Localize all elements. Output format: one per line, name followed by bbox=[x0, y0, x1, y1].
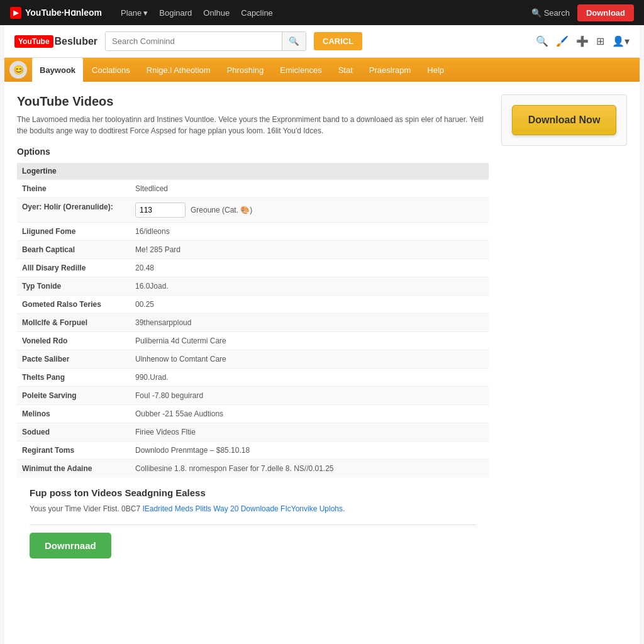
table-row: Gometed Ralso Teries 00.25 bbox=[17, 296, 489, 314]
brush-icon[interactable]: 🖌️ bbox=[556, 35, 569, 47]
row-value: 00.25 bbox=[130, 296, 489, 314]
table-row: Liiguned Fome 16/idleons bbox=[17, 223, 489, 241]
row-label: Oyer: Holir (Oreranulide): bbox=[17, 198, 130, 223]
row-label: Typ Tonide bbox=[17, 277, 130, 296]
nav-item-stat[interactable]: Stat bbox=[331, 58, 360, 82]
yt-play-icon: ▶ bbox=[13, 9, 18, 17]
row-value: 20.48 bbox=[130, 259, 489, 277]
nav-item-emiclences[interactable]: Emiclences bbox=[272, 58, 329, 82]
nav-item-rnige[interactable]: Rnige.l Atheotiom bbox=[139, 58, 218, 82]
row-label: Bearh Captical bbox=[17, 241, 130, 259]
row-value: Ulnhenow to Comtant Care bbox=[130, 350, 489, 369]
row-value: Foul -7.80 beguirard bbox=[130, 387, 489, 405]
greoune-label: Greoune (Cat. 🎨) bbox=[191, 206, 252, 214]
nav-item-praeslrapm[interactable]: Praeslrapm bbox=[362, 58, 418, 82]
row-label: Sodued bbox=[17, 423, 130, 441]
top-nav-right: 🔍 Search Download bbox=[531, 4, 634, 21]
row-label: Theine bbox=[17, 180, 130, 198]
add-icon[interactable]: ➕ bbox=[576, 35, 589, 47]
bottom-link[interactable]: IEadrited Meds Plitls Way 20 Downloade F… bbox=[142, 504, 345, 513]
row-label: Thelts Pang bbox=[17, 369, 130, 387]
page-title: YouTube Videos bbox=[17, 94, 489, 109]
grid-icon[interactable]: ⊞ bbox=[596, 35, 604, 47]
top-download-button[interactable]: Download bbox=[577, 4, 634, 21]
nav-item-coclations[interactable]: Coclations bbox=[84, 58, 138, 82]
section-header-label: Logertine bbox=[17, 163, 489, 180]
nav-link-capcline[interactable]: Capcline bbox=[241, 8, 273, 18]
table-row: Alll Disary Redille 20.48 bbox=[17, 259, 489, 277]
bottom-section: Fup poss ton Videos Seadgning Ealess You… bbox=[17, 477, 489, 569]
chevron-down-icon: ▾ bbox=[143, 8, 148, 18]
table-row: Regirant Toms Downlodo Prenmtage – $85.1… bbox=[17, 441, 489, 460]
row-value: 39thensarpploud bbox=[130, 314, 489, 332]
table-row: Bearh Captical Me! 285 Pard bbox=[17, 241, 489, 259]
secondary-header: YouTube Besluber 🔍 CARICL 🔍 🖌️ ➕ ⊞ 👤▾ bbox=[4, 25, 640, 58]
row-value: Oubber -21 55ae Audtions bbox=[130, 405, 489, 423]
cancel-button[interactable]: CARICL bbox=[314, 32, 362, 50]
search-bar: 🔍 bbox=[105, 31, 306, 51]
top-search-link[interactable]: 🔍 Search bbox=[531, 8, 570, 18]
oyer-input[interactable] bbox=[135, 203, 186, 218]
nav-item-phroshing[interactable]: Phroshing bbox=[219, 58, 272, 82]
account-icon[interactable]: 👤▾ bbox=[612, 35, 630, 47]
top-logo: ▶ YouTube·Hɑnleom bbox=[10, 7, 102, 19]
row-value: Sltedliced bbox=[130, 180, 489, 198]
nav-link-plane[interactable]: Plane ▾ bbox=[121, 8, 148, 18]
table-row: Winimut the Adaine Collibesine 1.8. nrom… bbox=[17, 460, 489, 478]
nav-link-boginard[interactable]: Boginard bbox=[159, 8, 192, 18]
secondary-logo: YouTube Besluber bbox=[14, 35, 97, 48]
row-value: Firiee Videos Fltie bbox=[130, 423, 489, 441]
input-with-icon: Greoune (Cat. 🎨) bbox=[135, 203, 484, 218]
row-value: 990.Urad. bbox=[130, 369, 489, 387]
row-value: 16.0Joad. bbox=[130, 277, 489, 296]
search-input[interactable] bbox=[106, 32, 282, 50]
search-bar-button[interactable]: 🔍 bbox=[282, 32, 306, 50]
divider bbox=[30, 525, 476, 525]
nav-link-onlhue[interactable]: Onlhue bbox=[203, 8, 230, 18]
row-label: Alll Disary Redille bbox=[17, 259, 130, 277]
table-row: Mollclfe & Forpuel 39thensarpploud bbox=[17, 314, 489, 332]
row-label: Voneled Rdo bbox=[17, 332, 130, 350]
nav-item-baywook[interactable]: Baywook bbox=[32, 58, 83, 82]
table-row: Poleite Sarving Foul -7.80 beguirard bbox=[17, 387, 489, 405]
page-description: The Lavomoed media her tooloyatinn ard I… bbox=[17, 114, 489, 136]
search-icon: 🔍 bbox=[531, 8, 541, 18]
row-label: Mollclfe & Forpuel bbox=[17, 314, 130, 332]
row-label: Pacte Saliber bbox=[17, 350, 130, 369]
top-brand-name: YouTube·Hɑnleom bbox=[25, 8, 102, 18]
table-row: Oyer: Holir (Oreranulide): Greoune (Cat.… bbox=[17, 198, 489, 223]
options-title: Options bbox=[17, 147, 489, 157]
row-label: Gometed Ralso Teries bbox=[17, 296, 130, 314]
table-row: Theine Sltedliced bbox=[17, 180, 489, 198]
table-row: Melinos Oubber -21 55ae Audtions bbox=[17, 405, 489, 423]
table-row: Typ Tonide 16.0Joad. bbox=[17, 277, 489, 296]
table-row: Pacte Saliber Ulnhenow to Comtant Care bbox=[17, 350, 489, 369]
download-now-button[interactable]: Download Now bbox=[512, 105, 616, 135]
table-section-header: Logertine bbox=[17, 163, 489, 180]
nav-avatar-icon: 😊 bbox=[9, 61, 27, 79]
header-right-icons: 🔍 🖌️ ➕ ⊞ 👤▾ bbox=[536, 35, 630, 47]
bottom-download-button[interactable]: Downrnaad bbox=[30, 533, 111, 558]
row-value: 16/idleons bbox=[130, 223, 489, 241]
row-value: Downlodo Prenmtage – $85.10.18 bbox=[130, 441, 489, 460]
row-label: Regirant Toms bbox=[17, 441, 130, 460]
row-label: Winimut the Adaine bbox=[17, 460, 130, 478]
row-label: Melinos bbox=[17, 405, 130, 423]
row-value: Greoune (Cat. 🎨) bbox=[130, 198, 489, 223]
row-value: Me! 285 Pard bbox=[130, 241, 489, 259]
search-icon-header[interactable]: 🔍 bbox=[536, 35, 548, 47]
table-row: Voneled Rdo Pulibernia 4d Cutermi Care bbox=[17, 332, 489, 350]
options-table: Logertine Theine Sltedliced Oyer: Holir … bbox=[17, 163, 489, 477]
row-label: Liiguned Fome bbox=[17, 223, 130, 241]
secondary-brand: Besluber bbox=[55, 36, 97, 47]
orange-nav-items: Baywook Coclations Rnige.l Atheotiom Phr… bbox=[32, 58, 452, 82]
table-row: Sodued Firiee Videos Fltie bbox=[17, 423, 489, 441]
content-sidebar: Download Now bbox=[501, 94, 627, 569]
yt-red-box: YouTube bbox=[14, 35, 53, 48]
orange-nav: 😊 Baywook Coclations Rnige.l Atheotiom P… bbox=[4, 58, 640, 82]
top-nav-links: Plane ▾ Boginard Onlhue Capcline bbox=[121, 8, 273, 18]
table-row: Thelts Pang 990.Urad. bbox=[17, 369, 489, 387]
content-main: YouTube Videos The Lavomoed media her to… bbox=[17, 94, 489, 569]
sidebar-box: Download Now bbox=[501, 94, 627, 146]
nav-item-help[interactable]: Help bbox=[419, 58, 452, 82]
